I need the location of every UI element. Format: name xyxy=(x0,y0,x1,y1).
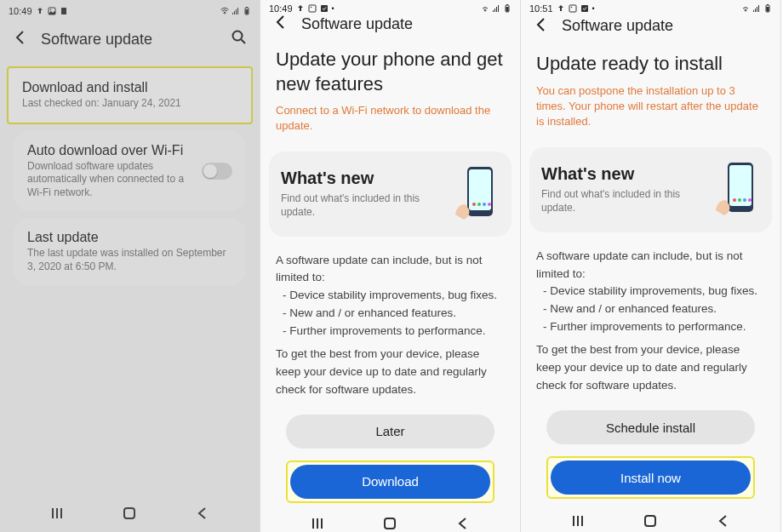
svg-rect-23 xyxy=(581,5,588,12)
battery-icon xyxy=(503,4,512,13)
svg-rect-12 xyxy=(506,4,508,5)
bullet: - Further improvements to performance. xyxy=(536,318,765,336)
svg-rect-25 xyxy=(767,4,769,5)
svg-rect-5 xyxy=(246,9,249,14)
page-heading: Update your phone and get new features xyxy=(260,34,520,103)
wifi-warning-text: Connect to a Wi-Fi network to download t… xyxy=(260,103,520,147)
status-bar: 10:51 • xyxy=(521,0,780,14)
update-description: A software update can include, but is no… xyxy=(260,240,520,406)
svg-rect-20 xyxy=(385,518,395,529)
svg-point-6 xyxy=(233,31,243,41)
svg-point-9 xyxy=(310,7,311,9)
bullet: - New and / or enhanced features. xyxy=(276,305,505,323)
last-update-item[interactable]: Last update The last update was installe… xyxy=(14,218,246,285)
svg-point-22 xyxy=(570,7,572,9)
home-button[interactable] xyxy=(640,511,660,531)
download-and-install-item[interactable]: Download and install Last checked on: Ja… xyxy=(9,68,251,123)
body-lead: A software update can include, but is no… xyxy=(536,248,765,283)
recents-button[interactable] xyxy=(307,513,328,532)
whats-new-card[interactable]: What's new Find out what's included in t… xyxy=(269,152,512,237)
home-button[interactable] xyxy=(380,513,400,532)
back-icon[interactable] xyxy=(12,29,29,49)
svg-point-16 xyxy=(472,203,476,206)
update-description: A software update can include, but is no… xyxy=(521,236,780,402)
image-icon xyxy=(569,4,577,13)
signal-icon xyxy=(752,4,761,13)
body-tail: To get the best from your device, please… xyxy=(276,346,505,399)
item-title: Last update xyxy=(27,230,232,245)
item-title: Auto download over Wi-Fi xyxy=(27,143,195,158)
svg-rect-8 xyxy=(309,5,316,12)
app-bar: Software update xyxy=(0,19,260,60)
screen-software-update-list: 10:49 Software update Download and insta… xyxy=(0,0,260,532)
status-bar: 10:49 xyxy=(0,0,260,19)
svg-point-31 xyxy=(743,198,746,202)
wifi-icon xyxy=(741,4,750,13)
later-button[interactable]: Later xyxy=(286,415,494,449)
wifi-icon xyxy=(220,7,229,15)
install-now-button[interactable]: Install now xyxy=(551,460,751,495)
more-icon: • xyxy=(332,4,334,13)
whats-new-card[interactable]: What's new Find out what's included in t… xyxy=(529,147,772,232)
nav-bar xyxy=(0,495,260,532)
schedule-install-button[interactable]: Schedule install xyxy=(546,410,755,444)
app-bar: Software update xyxy=(521,14,780,38)
back-icon[interactable] xyxy=(272,14,289,34)
app-bar: Software update xyxy=(260,14,520,34)
image-icon xyxy=(48,7,56,15)
svg-rect-33 xyxy=(645,516,655,526)
screen-download-update: 10:49 • Software update Update your phon… xyxy=(260,0,521,532)
home-button[interactable] xyxy=(119,503,140,523)
svg-rect-4 xyxy=(246,7,248,8)
postpone-warning-text: You can postpone the installation up to … xyxy=(521,83,780,144)
back-button[interactable] xyxy=(453,513,473,532)
body-tail: To get the best from your device, please… xyxy=(536,341,765,395)
auto-download-wifi-item[interactable]: Auto download over Wi-Fi Download softwa… xyxy=(14,131,246,212)
svg-rect-7 xyxy=(124,508,134,518)
svg-point-19 xyxy=(488,203,491,206)
search-icon[interactable] xyxy=(231,29,248,49)
status-bar: 10:49 • xyxy=(260,0,520,14)
item-sub: Last checked on: January 24, 2021 xyxy=(22,97,237,111)
svg-point-1 xyxy=(49,9,51,11)
more-icon: • xyxy=(592,4,595,13)
signal-icon xyxy=(492,4,500,13)
page-title: Software update xyxy=(41,31,152,49)
svg-rect-21 xyxy=(569,5,576,12)
back-button[interactable] xyxy=(713,511,734,531)
svg-rect-26 xyxy=(767,7,769,12)
phone-illustration-icon xyxy=(452,163,500,225)
download-button[interactable]: Download xyxy=(290,465,490,499)
svg-point-32 xyxy=(748,198,752,202)
bullet: - Further improvements to performance. xyxy=(276,323,505,340)
whats-new-sub: Find out what's included in this update. xyxy=(541,187,704,215)
status-time: 10:49 xyxy=(269,3,293,14)
body-lead: A software update can include, but is no… xyxy=(276,252,505,288)
item-sub: The last update was installed on Septemb… xyxy=(27,247,232,273)
item-sub: Download software updates automatically … xyxy=(27,160,195,200)
svg-point-29 xyxy=(733,198,736,202)
auto-download-toggle[interactable] xyxy=(202,163,232,180)
recents-button[interactable] xyxy=(47,503,67,523)
upload-icon xyxy=(296,4,305,13)
recents-button[interactable] xyxy=(568,511,588,531)
svg-point-18 xyxy=(483,203,486,206)
upload-icon xyxy=(557,4,565,13)
nav-bar xyxy=(260,513,520,532)
status-time: 10:49 xyxy=(9,6,32,16)
svg-rect-10 xyxy=(321,5,328,12)
item-title: Download and install xyxy=(22,80,237,95)
whats-new-sub: Find out what's included in this update. xyxy=(281,192,443,219)
whats-new-title: What's new xyxy=(281,169,443,188)
signal-icon xyxy=(231,7,240,15)
nav-bar xyxy=(521,509,780,532)
svg-rect-2 xyxy=(61,8,66,14)
wifi-icon xyxy=(481,4,489,13)
back-button[interactable] xyxy=(192,503,213,523)
battery-icon xyxy=(763,4,772,13)
bullet: - Device stability improvements, bug fix… xyxy=(536,283,765,300)
note-icon xyxy=(60,7,68,15)
battery-icon xyxy=(243,7,251,15)
back-icon[interactable] xyxy=(533,16,550,37)
phone-illustration-icon xyxy=(712,159,760,220)
